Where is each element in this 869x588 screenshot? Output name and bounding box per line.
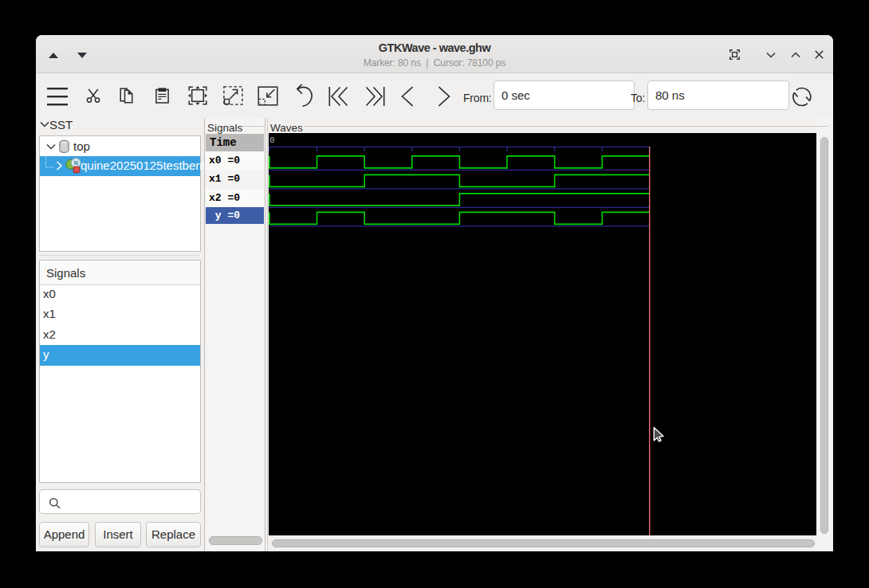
svg-text:0: 0 <box>269 135 275 145</box>
svg-text:N: N <box>74 160 78 166</box>
